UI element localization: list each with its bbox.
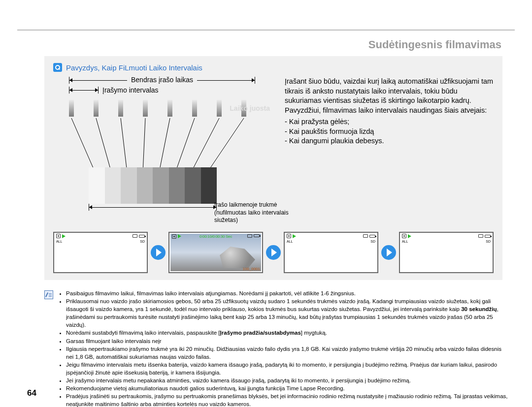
all-label: ALL (287, 240, 293, 243)
svg-line-6 (191, 118, 219, 172)
svg-line-1 (96, 118, 111, 172)
description-column: Įrašant šiuo būdu, vaizdai kurį laiką au… (285, 77, 494, 213)
thumbnail-preview-image (170, 234, 261, 271)
all-label: ALL (56, 240, 62, 243)
svg-line-5 (175, 118, 195, 172)
svg-line-3 (143, 118, 145, 172)
example-panel: Pavyzdys, Kaip FiLmuoti Laiko Intervalai… (44, 56, 502, 280)
thumbnail-3: ALL SD (284, 232, 378, 273)
note-item: Jei įrašymo intervalais metu nepakanka a… (66, 376, 510, 384)
play-icon (293, 234, 296, 238)
next-arrow-icon (266, 245, 281, 260)
thumbnail-1: ALL SD (53, 232, 148, 273)
cases-list: Kai pražysta gėlės; Kai paukštis formuoj… (285, 117, 494, 146)
subtitle-row: Pavyzdys, Kaip FiLmuoti Laiko Intervalai… (53, 63, 494, 72)
battery-icon (369, 235, 375, 238)
description-text: Įrašant šiuo būdu, vaizdai kurį laiką au… (285, 77, 494, 115)
battery-icon (139, 235, 145, 238)
next-arrow-icon (151, 245, 166, 260)
magnifier-icon (53, 63, 62, 72)
note-item: Garsas filmuojant laiko intervalais neįr (66, 337, 510, 345)
all-label: ALL (402, 240, 408, 243)
bracket-interval: Įrašymo intervalas (53, 87, 275, 95)
notes-section: Pasibaigus filmavimo laikui, filmavimas … (44, 289, 510, 407)
svg-line-2 (121, 118, 127, 172)
panel-subtitle: Pavyzdys, Kaip FiLmuoti Laiko Intervalai… (66, 63, 202, 72)
note-icon (44, 290, 53, 299)
note-item: Jeigu filmavimo intervalais metu išsenka… (66, 361, 510, 376)
note-item: Pradėjus įrašinėti su pertraukomis, įraš… (66, 392, 510, 407)
bracket-duration (89, 204, 217, 213)
case-item: Kai pražysta gėlės; (285, 117, 494, 127)
gradient-strip (89, 167, 217, 204)
rec-icon (172, 234, 176, 239)
thumbnail-strip: ALL SD 0:00:10/0:00:30 Sec 100_0001 ALL … (53, 232, 494, 273)
rec-icon (402, 234, 406, 238)
thumbnail-4: ALL SD (399, 232, 494, 273)
case-item: Kai dangumi plaukia debesys. (285, 136, 494, 146)
note-item: Priklausomai nuo vaizdo įrašo skiriamosi… (66, 297, 510, 329)
note-item: Rekomenduojame vietoj akumuliatoriaus na… (66, 384, 510, 392)
card-icon (478, 234, 483, 238)
play-icon (408, 234, 411, 238)
page-number: 64 (27, 388, 36, 398)
next-arrow-icon (381, 245, 396, 260)
svg-line-7 (207, 118, 244, 172)
thumbnail-2: 0:00:10/0:00:30 Sec 100_0001 (168, 232, 263, 273)
note-item: Norėdami sustabdyti filmavimą laiko inte… (66, 329, 510, 337)
rec-icon (287, 234, 291, 238)
interval-bars: Laiko juosta (53, 98, 275, 118)
note-item: Ilgiausia nepertraukiamo įrašymo trukmė … (66, 345, 510, 361)
note-item: Pasibaigus filmavimo laikui, filmavimas … (66, 289, 510, 297)
sd-label: SD (370, 240, 375, 243)
svg-line-4 (159, 118, 170, 172)
sd-label: SD (486, 240, 491, 243)
bracket-interval-label: Įrašymo intervalas (102, 86, 159, 94)
play-icon (62, 234, 66, 238)
bracket-total: Bendras įrašo laikas (53, 77, 275, 86)
card-icon (247, 234, 252, 238)
convergence-lines (53, 118, 275, 172)
play-icon (178, 234, 181, 238)
notes-list: Pasibaigus filmavimo laikui, filmavimas … (59, 289, 510, 407)
page-rule-top (17, 30, 515, 31)
clip-name: 100_0001 (242, 267, 260, 271)
section-title: Sudėtingesnis filmavimas (368, 38, 501, 51)
case-item: Kai paukštis formuoja lizdą (285, 127, 494, 137)
diagram-column: Bendras įrašo laikas Įrašymo intervalas … (53, 77, 275, 213)
gradient-caption: Įrašo laikmenoje trukmė (nufilmuotas lai… (214, 201, 298, 224)
battery-icon (254, 234, 260, 237)
svg-line-0 (71, 118, 95, 172)
card-icon (133, 234, 137, 238)
timecode-label: 0:00:10/0:00:30 Sec (200, 234, 232, 239)
battery-icon (485, 235, 491, 238)
timeline-label: Laiko juosta (230, 104, 270, 112)
sd-label: SD (140, 240, 145, 243)
bracket-total-label: Bendras įrašo laikas (127, 76, 197, 84)
rec-icon (56, 234, 61, 238)
panel-body: Bendras įrašo laikas Įrašymo intervalas … (53, 77, 494, 213)
card-icon (363, 234, 368, 238)
